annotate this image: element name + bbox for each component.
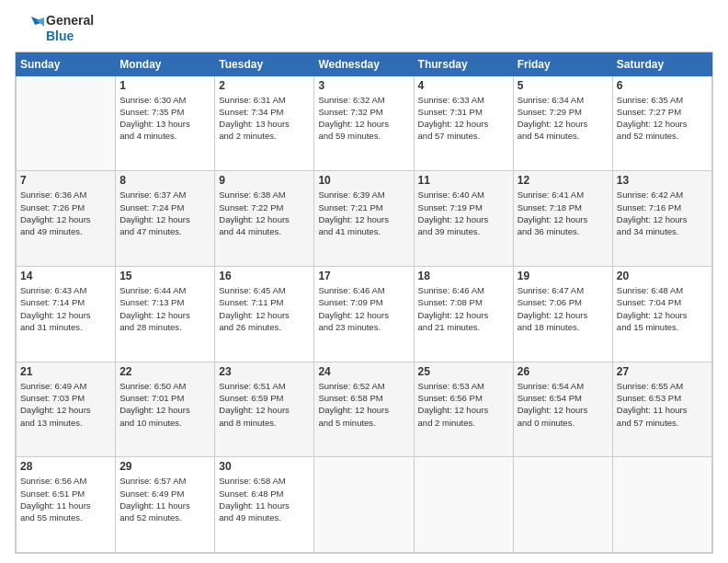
calendar-cell: 13Sunrise: 6:42 AM Sunset: 7:16 PM Dayli… — [612, 171, 711, 267]
weekday-header-sunday: Sunday — [17, 52, 116, 75]
day-info: Sunrise: 6:53 AM Sunset: 6:56 PM Dayligh… — [418, 380, 509, 429]
day-info: Sunrise: 6:48 AM Sunset: 7:04 PM Dayligh… — [617, 284, 708, 333]
calendar-cell: 23Sunrise: 6:51 AM Sunset: 6:59 PM Dayli… — [215, 362, 314, 457]
page: GeneralBlue SundayMondayTuesdayWednesday… — [0, 0, 728, 563]
calendar-cell: 19Sunrise: 6:47 AM Sunset: 7:06 PM Dayli… — [513, 266, 612, 362]
day-number: 23 — [219, 365, 310, 378]
day-number: 24 — [318, 365, 409, 378]
weekday-header-row: SundayMondayTuesdayWednesdayThursdayFrid… — [17, 52, 712, 75]
day-info: Sunrise: 6:35 AM Sunset: 7:27 PM Dayligh… — [617, 94, 708, 143]
day-number: 7 — [20, 174, 111, 187]
calendar-cell: 26Sunrise: 6:54 AM Sunset: 6:54 PM Dayli… — [513, 362, 612, 457]
calendar-cell: 16Sunrise: 6:45 AM Sunset: 7:11 PM Dayli… — [215, 266, 314, 362]
day-info: Sunrise: 6:56 AM Sunset: 6:51 PM Dayligh… — [20, 475, 111, 523]
calendar-cell: 20Sunrise: 6:48 AM Sunset: 7:04 PM Dayli… — [612, 266, 711, 362]
day-info: Sunrise: 6:58 AM Sunset: 6:48 PM Dayligh… — [219, 475, 310, 523]
weekday-header-wednesday: Wednesday — [314, 52, 414, 75]
day-number: 26 — [518, 365, 609, 378]
day-number: 4 — [418, 79, 509, 92]
day-number: 3 — [318, 79, 409, 92]
calendar-cell: 17Sunrise: 6:46 AM Sunset: 7:09 PM Dayli… — [314, 266, 414, 362]
logo-general-text: General — [46, 13, 94, 29]
day-info: Sunrise: 6:46 AM Sunset: 7:08 PM Dayligh… — [418, 284, 509, 333]
weekday-header-monday: Monday — [116, 52, 215, 75]
day-number: 19 — [518, 270, 609, 282]
calendar-cell: 15Sunrise: 6:44 AM Sunset: 7:13 PM Dayli… — [116, 266, 215, 362]
calendar-cell: 10Sunrise: 6:39 AM Sunset: 7:21 PM Dayli… — [314, 171, 414, 267]
day-number: 1 — [119, 79, 210, 92]
day-number: 27 — [617, 365, 708, 378]
calendar: SundayMondayTuesdayWednesdayThursdayFrid… — [15, 52, 713, 554]
day-number: 18 — [418, 270, 509, 282]
day-info: Sunrise: 6:45 AM Sunset: 7:11 PM Dayligh… — [219, 284, 310, 333]
calendar-cell: 8Sunrise: 6:37 AM Sunset: 7:24 PM Daylig… — [116, 171, 215, 267]
calendar-cell: 7Sunrise: 6:36 AM Sunset: 7:26 PM Daylig… — [17, 171, 116, 267]
weekday-header-friday: Friday — [513, 52, 612, 75]
calendar-cell: 5Sunrise: 6:34 AM Sunset: 7:29 PM Daylig… — [513, 75, 612, 171]
calendar-week-row: 28Sunrise: 6:56 AM Sunset: 6:51 PM Dayli… — [17, 457, 712, 553]
day-info: Sunrise: 6:39 AM Sunset: 7:21 PM Dayligh… — [318, 189, 409, 237]
day-info: Sunrise: 6:54 AM Sunset: 6:54 PM Dayligh… — [518, 380, 609, 429]
calendar-cell: 4Sunrise: 6:33 AM Sunset: 7:31 PM Daylig… — [414, 75, 513, 171]
day-number: 28 — [20, 460, 111, 473]
day-info: Sunrise: 6:50 AM Sunset: 7:01 PM Dayligh… — [119, 380, 210, 429]
day-info: Sunrise: 6:41 AM Sunset: 7:18 PM Dayligh… — [518, 189, 609, 237]
calendar-cell: 25Sunrise: 6:53 AM Sunset: 6:56 PM Dayli… — [414, 362, 513, 457]
day-number: 9 — [219, 174, 310, 187]
day-info: Sunrise: 6:42 AM Sunset: 7:16 PM Dayligh… — [617, 189, 708, 237]
day-info: Sunrise: 6:33 AM Sunset: 7:31 PM Dayligh… — [418, 94, 509, 143]
calendar-cell: 3Sunrise: 6:32 AM Sunset: 7:32 PM Daylig… — [314, 75, 414, 171]
day-info: Sunrise: 6:52 AM Sunset: 6:58 PM Dayligh… — [318, 380, 409, 429]
calendar-cell: 27Sunrise: 6:55 AM Sunset: 6:53 PM Dayli… — [612, 362, 711, 457]
calendar-cell: 29Sunrise: 6:57 AM Sunset: 6:49 PM Dayli… — [116, 457, 215, 553]
day-number: 6 — [617, 79, 708, 92]
calendar-cell: 28Sunrise: 6:56 AM Sunset: 6:51 PM Dayli… — [17, 457, 116, 553]
day-number: 15 — [119, 270, 210, 282]
day-info: Sunrise: 6:43 AM Sunset: 7:14 PM Dayligh… — [20, 284, 111, 333]
calendar-table: SundayMondayTuesdayWednesdayThursdayFrid… — [16, 52, 712, 553]
day-info: Sunrise: 6:44 AM Sunset: 7:13 PM Dayligh… — [119, 284, 210, 333]
day-number: 5 — [518, 79, 609, 92]
day-number: 10 — [318, 174, 409, 187]
calendar-cell: 2Sunrise: 6:31 AM Sunset: 7:34 PM Daylig… — [215, 75, 314, 171]
day-number: 17 — [318, 270, 409, 282]
day-number: 16 — [219, 270, 310, 282]
day-number: 30 — [219, 460, 310, 473]
calendar-week-row: 14Sunrise: 6:43 AM Sunset: 7:14 PM Dayli… — [17, 266, 712, 362]
day-info: Sunrise: 6:34 AM Sunset: 7:29 PM Dayligh… — [518, 94, 609, 143]
day-number: 22 — [119, 365, 210, 378]
calendar-cell: 12Sunrise: 6:41 AM Sunset: 7:18 PM Dayli… — [513, 171, 612, 267]
day-info: Sunrise: 6:49 AM Sunset: 7:03 PM Dayligh… — [20, 380, 111, 429]
day-number: 13 — [617, 174, 708, 187]
weekday-header-thursday: Thursday — [414, 52, 513, 75]
day-info: Sunrise: 6:51 AM Sunset: 6:59 PM Dayligh… — [219, 380, 310, 429]
calendar-cell — [513, 457, 612, 553]
calendar-cell: 21Sunrise: 6:49 AM Sunset: 7:03 PM Dayli… — [17, 362, 116, 457]
day-info: Sunrise: 6:32 AM Sunset: 7:32 PM Dayligh… — [318, 94, 409, 143]
day-number: 11 — [418, 174, 509, 187]
calendar-cell: 24Sunrise: 6:52 AM Sunset: 6:58 PM Dayli… — [314, 362, 414, 457]
day-info: Sunrise: 6:38 AM Sunset: 7:22 PM Dayligh… — [219, 189, 310, 237]
calendar-cell — [414, 457, 513, 553]
calendar-week-row: 21Sunrise: 6:49 AM Sunset: 7:03 PM Dayli… — [17, 362, 712, 457]
day-number: 14 — [20, 270, 111, 282]
weekday-header-saturday: Saturday — [612, 52, 711, 75]
calendar-cell — [612, 457, 711, 553]
day-number: 25 — [418, 365, 509, 378]
weekday-header-tuesday: Tuesday — [215, 52, 314, 75]
calendar-cell: 22Sunrise: 6:50 AM Sunset: 7:01 PM Dayli… — [116, 362, 215, 457]
calendar-cell: 18Sunrise: 6:46 AM Sunset: 7:08 PM Dayli… — [414, 266, 513, 362]
day-number: 29 — [119, 460, 210, 473]
day-info: Sunrise: 6:30 AM Sunset: 7:35 PM Dayligh… — [119, 94, 210, 143]
calendar-cell: 14Sunrise: 6:43 AM Sunset: 7:14 PM Dayli… — [17, 266, 116, 362]
calendar-cell: 6Sunrise: 6:35 AM Sunset: 7:27 PM Daylig… — [612, 75, 711, 171]
calendar-cell: 11Sunrise: 6:40 AM Sunset: 7:19 PM Dayli… — [414, 171, 513, 267]
day-info: Sunrise: 6:46 AM Sunset: 7:09 PM Dayligh… — [318, 284, 409, 333]
day-number: 20 — [617, 270, 708, 282]
day-info: Sunrise: 6:55 AM Sunset: 6:53 PM Dayligh… — [617, 380, 708, 429]
day-info: Sunrise: 6:40 AM Sunset: 7:19 PM Dayligh… — [418, 189, 509, 237]
calendar-cell: 30Sunrise: 6:58 AM Sunset: 6:48 PM Dayli… — [215, 457, 314, 553]
calendar-cell: 9Sunrise: 6:38 AM Sunset: 7:22 PM Daylig… — [215, 171, 314, 267]
header: GeneralBlue — [15, 13, 713, 44]
logo: GeneralBlue — [15, 13, 94, 44]
